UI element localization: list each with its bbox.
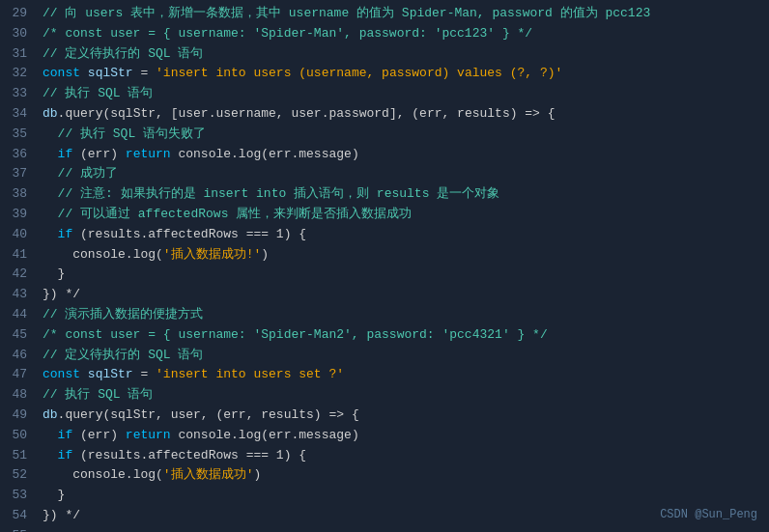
code-line: const sqlStr = 'insert into users set ?' (43, 365, 769, 385)
code-line: // 执行 SQL 语句 (43, 385, 769, 406)
line-number: 31 (8, 44, 27, 65)
line-number: 42 (8, 265, 27, 285)
line-number: 34 (8, 104, 27, 125)
code-content: // 向 users 表中，新增一条数据，其中 username 的值为 Spi… (35, 4, 769, 532)
code-line: if (results.affectedRows === 1) { (43, 446, 769, 466)
line-number: 41 (8, 245, 27, 266)
line-number: 43 (8, 285, 27, 305)
code-line: console.log('插入数据成功!') (43, 245, 769, 266)
code-line: // 向 users 表中，新增一条数据，其中 username 的值为 Spi… (43, 4, 769, 24)
line-number: 52 (8, 465, 27, 486)
code-line: if (results.affectedRows === 1) { (43, 225, 769, 245)
watermark: CSDN @Sun_Peng (660, 506, 757, 524)
line-number: 33 (8, 84, 27, 104)
code-line: db.query(sqlStr, user, (err, results) =>… (43, 406, 769, 426)
line-number: 38 (8, 184, 27, 205)
code-line: const sqlStr = 'insert into users (usern… (43, 64, 769, 84)
code-line: // 定义待执行的 SQL 语句 (43, 44, 769, 65)
line-number: 36 (8, 145, 27, 165)
line-number: 50 (8, 426, 27, 446)
code-line: /* const user = { username: 'Spider-Man2… (43, 325, 769, 346)
line-number: 39 (8, 205, 27, 225)
code-line: // 可以通过 affectedRows 属性，来判断是否插入数据成功 (43, 205, 769, 225)
line-number: 46 (8, 346, 27, 366)
code-line: // 定义待执行的 SQL 语句 (43, 346, 769, 366)
line-number: 40 (8, 225, 27, 245)
line-number: 32 (8, 64, 27, 84)
line-number: 53 (8, 486, 27, 506)
code-line: // 执行 SQL 语句失败了 (43, 125, 769, 145)
code-line: if (err) return console.log(err.message) (43, 426, 769, 446)
line-number: 35 (8, 125, 27, 145)
line-number: 47 (8, 365, 27, 385)
code-line: // 执行 SQL 语句 (43, 84, 769, 104)
code-line: /* const user = { username: 'Spider-Man'… (43, 24, 769, 44)
line-number: 29 (8, 4, 27, 24)
code-line: // 演示插入数据的便捷方式 (43, 305, 769, 325)
line-number: 51 (8, 446, 27, 466)
code-line: }) */ (43, 285, 769, 305)
line-number: 45 (8, 325, 27, 346)
line-number: 55 (8, 526, 27, 532)
code-line: // 成功了 (43, 164, 769, 184)
code-line: console.log('插入数据成功') (43, 465, 769, 486)
line-number: 30 (8, 24, 27, 44)
line-number: 54 (8, 506, 27, 526)
code-line: } (43, 265, 769, 285)
code-line: db.query(sqlStr, [user.username, user.pa… (43, 104, 769, 125)
line-number: 48 (8, 385, 27, 406)
code-line: if (err) return console.log(err.message) (43, 145, 769, 165)
line-number-column: 2930313233343536373839404142434445464748… (0, 4, 35, 532)
code-line: } (43, 486, 769, 506)
line-number: 49 (8, 406, 27, 426)
code-line: // 注意: 如果执行的是 insert into 插入语句，则 results… (43, 184, 769, 205)
code-editor: 2930313233343536373839404142434445464748… (0, 0, 769, 532)
line-number: 37 (8, 164, 27, 184)
line-number: 44 (8, 305, 27, 325)
